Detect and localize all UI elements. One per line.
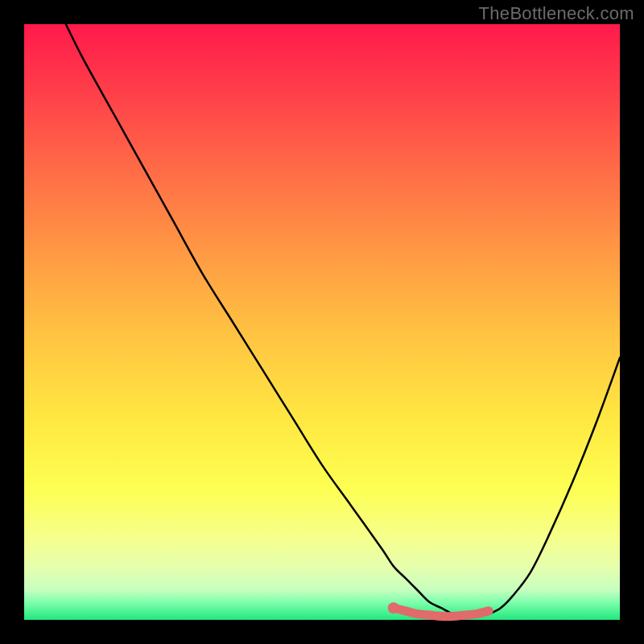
curve-layer bbox=[24, 24, 620, 620]
highlight-start-dot bbox=[388, 602, 399, 613]
plot-area bbox=[24, 24, 620, 620]
watermark-text: TheBottleneck.com bbox=[479, 3, 634, 24]
chart-frame: TheBottleneck.com bbox=[0, 0, 644, 644]
curve-path bbox=[66, 24, 620, 617]
optimal-range-highlight bbox=[388, 602, 489, 617]
highlight-path bbox=[394, 608, 489, 617]
bottleneck-curve bbox=[66, 24, 620, 617]
